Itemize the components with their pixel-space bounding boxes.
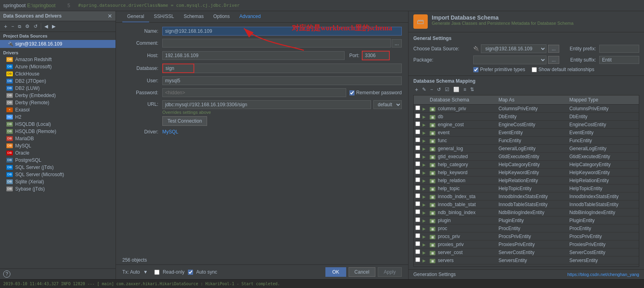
tab-options[interactable]: Options <box>208 11 234 22</box>
schema-edit-btn[interactable]: ✎ <box>421 86 428 93</box>
package-btn[interactable]: ... <box>548 56 559 64</box>
table-row[interactable]: ▶ ▦ procs_priv ProcsPrivEntity ProcsPriv… <box>414 232 639 240</box>
blog-link[interactable]: https://blog.csdn.net/chenghan_yang <box>567 272 639 277</box>
driver-azure[interactable]: DB Azure (Microsoft) <box>0 63 116 70</box>
row-checkbox[interactable] <box>415 161 420 166</box>
remember-password-checkbox[interactable] <box>349 90 355 95</box>
add-btn[interactable]: + <box>2 22 9 30</box>
nav-forward-btn[interactable]: ▶ <box>50 23 57 30</box>
row-expand-icon[interactable]: ▶ <box>423 131 426 135</box>
driver-sqlserver-ms[interactable]: DB SQL Server (Microsoft) <box>0 171 116 178</box>
entity-suffix-input[interactable] <box>599 56 639 64</box>
table-row[interactable]: ▶ ▦ help_relation HelpRelationEntity Hel… <box>414 177 639 185</box>
table-row[interactable]: ▶ ▦ innodb_index_sta InnodbIndexStatsEnt… <box>414 193 639 201</box>
table-row[interactable]: ▶ ▦ help_keyword HelpKeywordEntity HelpK… <box>414 169 639 177</box>
driver-postgres[interactable]: DB PostgreSQL <box>0 157 116 164</box>
table-row[interactable]: ▶ ▦ servers ServersEntity ServersEntity <box>414 256 639 264</box>
schema-refresh-btn[interactable]: ↺ <box>435 86 443 93</box>
row-expand-icon[interactable]: ▶ <box>423 242 426 247</box>
driver-amazon[interactable]: DB Amazon Redshift <box>0 56 116 63</box>
driver-sybase[interactable]: DB Sybase (jTds) <box>0 185 116 193</box>
database-input[interactable] <box>162 64 194 73</box>
driver-clickhouse[interactable]: DB ClickHouse <box>0 70 116 77</box>
url-type-select[interactable]: default <box>373 100 402 109</box>
password-input[interactable] <box>162 88 346 97</box>
table-row[interactable]: ▶ ▦ engine_cost EngineCostEntity EngineC… <box>414 121 639 129</box>
row-checkbox[interactable] <box>415 113 420 118</box>
row-checkbox[interactable] <box>415 185 420 190</box>
driver-sqlite[interactable]: DB Sqlite (Xerial) <box>0 178 116 185</box>
row-expand-icon[interactable]: ▶ <box>423 195 426 199</box>
row-expand-icon[interactable]: ▶ <box>423 203 426 207</box>
row-expand-icon[interactable]: ▶ <box>423 171 426 175</box>
autosync-checkbox[interactable] <box>188 270 193 275</box>
row-checkbox[interactable] <box>415 233 420 238</box>
row-checkbox[interactable] <box>415 193 420 198</box>
driver-hsqldb-remote[interactable]: DB HSQLDB (Remote) <box>0 128 116 135</box>
schema-check-all-btn[interactable]: ☑ <box>443 86 451 93</box>
tab-general[interactable]: General <box>122 11 149 22</box>
schema-add-btn[interactable]: + <box>413 85 420 93</box>
row-checkbox[interactable] <box>415 249 420 254</box>
row-expand-icon[interactable]: ▶ <box>423 139 426 143</box>
row-checkbox[interactable] <box>415 105 420 110</box>
table-row[interactable]: ▶ ▦ help_category HelpCategoryEntity Hel… <box>414 161 639 169</box>
copy-btn[interactable]: ⧉ <box>16 23 23 30</box>
host-input[interactable] <box>162 51 345 60</box>
table-row[interactable]: ▶ ▦ plugin PluginEntity PluginEntity <box>414 216 639 224</box>
row-checkbox[interactable] <box>415 177 420 182</box>
row-checkbox[interactable] <box>415 137 420 142</box>
row-expand-icon[interactable]: ▶ <box>423 187 426 191</box>
schema-order-btn[interactable]: ⇅ <box>469 86 476 93</box>
show-default-rel-checkbox[interactable] <box>532 67 537 72</box>
close-icon[interactable]: ✕ <box>108 13 112 19</box>
tx-dropdown-icon[interactable]: ▼ <box>143 269 148 275</box>
url-input[interactable] <box>162 100 371 109</box>
driver-sqlserver-jtds[interactable]: DB SQL Server (jTds) <box>0 164 116 171</box>
table-row[interactable]: ▶ ▦ event EventEntity EventEntity <box>414 129 639 137</box>
comment-input[interactable] <box>162 39 391 48</box>
driver-exasol[interactable]: × Exasol <box>0 106 116 113</box>
refresh-btn[interactable]: ↺ <box>32 23 39 30</box>
row-checkbox[interactable] <box>415 121 420 126</box>
row-checkbox[interactable] <box>415 257 420 262</box>
row-checkbox[interactable] <box>415 209 420 214</box>
driver-h2[interactable]: H2 H2 <box>0 113 116 121</box>
row-expand-icon[interactable]: ▶ <box>423 218 426 223</box>
table-row[interactable]: ▶ ▦ ndb_binlog_index NdbBinlogIndexEntit… <box>414 209 639 216</box>
row-checkbox[interactable] <box>415 241 420 246</box>
datasource-item[interactable]: 🔌 sign@192.168.16.109 <box>0 40 116 48</box>
package-select[interactable] <box>473 56 546 64</box>
driver-mysql[interactable]: DB MySQL <box>0 142 116 149</box>
ok-button[interactable]: OK <box>325 267 346 277</box>
table-row[interactable]: ▶ ▦ server_cost ServerCostEntity ServerC… <box>414 248 639 256</box>
schema-uncheck-all-btn[interactable]: ⬜ <box>452 86 461 93</box>
help-icon[interactable]: ? <box>3 270 10 278</box>
driver-mariadb[interactable]: DB MariaDB <box>0 135 116 142</box>
remove-btn[interactable]: − <box>10 23 16 30</box>
tab-sshssl[interactable]: SSH/SSL <box>149 11 179 22</box>
row-checkbox[interactable] <box>415 201 420 206</box>
row-expand-icon[interactable]: ▶ <box>423 163 426 167</box>
row-checkbox[interactable] <box>415 129 420 134</box>
row-checkbox[interactable] <box>415 153 420 158</box>
row-expand-icon[interactable]: ▶ <box>423 250 426 255</box>
table-row[interactable]: ▶ ▦ help_topic HelpTopicEntity HelpTopic… <box>414 185 639 193</box>
name-input[interactable] <box>162 27 402 36</box>
driver-oracle[interactable]: DB Oracle <box>0 149 116 157</box>
row-expand-icon[interactable]: ▶ <box>423 123 426 127</box>
table-row[interactable]: ▶ ▦ db DbEntity DbEntity <box>414 113 639 121</box>
choose-ds-select[interactable]: sign@192.168.16.109 <box>481 44 546 53</box>
driver-derby-rem[interactable]: DB Derby (Remote) <box>0 99 116 106</box>
row-expand-icon[interactable]: ▶ <box>423 211 426 215</box>
table-row[interactable]: ▶ ▦ proxies_priv ProxiesPrivEntity Proxi… <box>414 240 639 248</box>
prefer-primitive-checkbox[interactable] <box>473 67 479 72</box>
row-checkbox[interactable] <box>415 217 420 222</box>
row-expand-icon[interactable]: ▶ <box>423 155 426 159</box>
driver-db2-luw[interactable]: DB DB2 (LUW) <box>0 85 116 92</box>
row-checkbox[interactable] <box>415 145 420 150</box>
tab-advanced[interactable]: Advanced <box>235 11 265 22</box>
driver-hsqldb-local[interactable]: DB HSQLDB (Local) <box>0 121 116 128</box>
port-input[interactable] <box>362 51 390 60</box>
table-row[interactable]: ▶ ▦ columns_priv ColumnsPrivEntity Colum… <box>414 105 639 113</box>
